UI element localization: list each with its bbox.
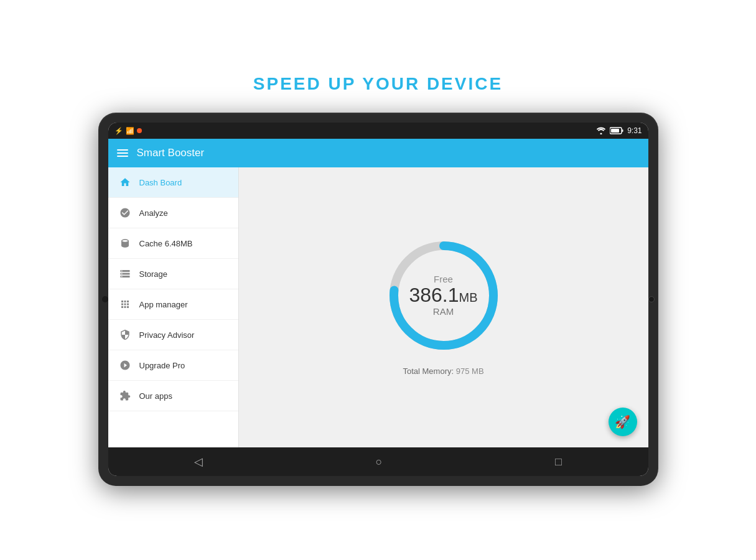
sidebar-item-upgrade[interactable]: Upgrade Pro — [108, 350, 238, 381]
tablet-frame: ⚡ 📶 9:31 — [98, 113, 658, 486]
hamburger-menu-button[interactable] — [117, 149, 128, 157]
fab-boost-button[interactable]: 🚀 — [609, 408, 637, 436]
total-memory: Total Memory: 975 MB — [403, 366, 483, 376]
app-bar: Smart Booster — [108, 139, 648, 167]
home-icon — [118, 175, 132, 189]
appmanager-icon — [118, 297, 132, 311]
lightning-icon: ⚡ — [114, 127, 123, 135]
svg-rect-2 — [622, 129, 623, 132]
status-bar: ⚡ 📶 9:31 — [108, 123, 648, 139]
sidebar-item-storage[interactable]: Storage — [108, 259, 238, 289]
main-area: Dash Board Analyze — [108, 167, 648, 447]
bottom-nav: ◁ ○ □ — [108, 447, 648, 476]
signal-icon: 📶 — [126, 127, 134, 135]
upgrade-icon — [118, 358, 132, 372]
ram-text: Free 386.1MB RAM — [409, 274, 477, 317]
ourapps-label: Our apps — [139, 391, 172, 401]
sidebar: Dash Board Analyze — [108, 167, 239, 447]
svg-rect-1 — [611, 129, 619, 133]
notif-dot — [137, 128, 142, 133]
camera-left — [102, 296, 108, 302]
analyze-icon — [118, 206, 132, 220]
upgrade-label: Upgrade Pro — [139, 361, 185, 370]
home-button[interactable]: ○ — [363, 450, 395, 474]
status-left-icons: ⚡ 📶 — [114, 127, 142, 135]
ourapps-icon — [118, 389, 132, 403]
ram-value: 386.1MB — [409, 284, 477, 306]
cache-icon — [118, 236, 132, 250]
tablet-screen: ⚡ 📶 9:31 — [108, 123, 648, 476]
back-button[interactable]: ◁ — [182, 450, 215, 474]
free-label: Free — [409, 274, 477, 284]
camera-right — [648, 296, 655, 302]
wifi-icon — [596, 127, 606, 134]
rocket-icon: 🚀 — [615, 414, 630, 429]
ram-circle: Free 386.1MB RAM — [381, 233, 506, 358]
app-title: Smart Booster — [137, 147, 205, 159]
sidebar-item-privacy[interactable]: Privacy Advisor — [108, 320, 238, 350]
sidebar-item-analyze[interactable]: Analyze — [108, 198, 238, 228]
ram-label: RAM — [409, 306, 477, 317]
analyze-label: Analyze — [139, 208, 168, 218]
sidebar-item-ourapps[interactable]: Our apps — [108, 381, 238, 411]
battery-icon — [610, 127, 623, 134]
privacy-icon — [118, 328, 132, 342]
sidebar-item-cache[interactable]: Cache 6.48MB — [108, 228, 238, 259]
time-display: 9:31 — [627, 126, 642, 135]
cache-label: Cache 6.48MB — [139, 239, 193, 248]
appmanager-label: App manager — [139, 300, 188, 309]
storage-icon — [118, 267, 132, 281]
sidebar-item-dashboard[interactable]: Dash Board — [108, 167, 238, 198]
sidebar-item-appmanager[interactable]: App manager — [108, 289, 238, 320]
recent-button[interactable]: □ — [543, 450, 574, 474]
page-headline: SPEED UP YOUR DEVICE — [253, 74, 503, 94]
status-right-icons: 9:31 — [596, 126, 642, 135]
privacy-label: Privacy Advisor — [139, 330, 195, 340]
dashboard-label: Dash Board — [139, 178, 182, 187]
storage-label: Storage — [139, 269, 168, 279]
ram-display: Free 386.1MB RAM Total Memory: 975 MB — [381, 233, 506, 376]
content-area: Free 386.1MB RAM Total Memory: 975 MB — [239, 167, 648, 447]
